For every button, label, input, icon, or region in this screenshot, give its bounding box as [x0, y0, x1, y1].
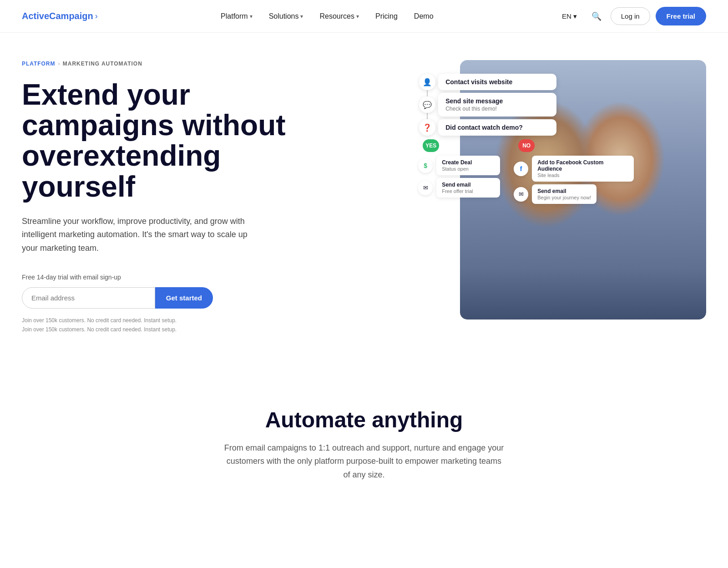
no-branch: f Add to Facebook Custom Audience Site l… — [514, 156, 634, 204]
search-icon: 🔍 — [592, 12, 602, 21]
workflow-step-3: ❓ Did contact watch demo? — [416, 119, 634, 136]
logo-text: ActiveCampaign — [22, 11, 93, 21]
get-started-button[interactable]: Get started — [155, 287, 213, 309]
workflow-overlay: 👤 Contact visits website 💬 Send site mes… — [416, 74, 634, 204]
branch-card-email-no: Send email Begin your journey now! — [532, 184, 597, 204]
yes-no-row: YES NO — [423, 139, 634, 152]
automate-title: Automate anything — [22, 407, 706, 432]
hero-subtitle: Streamline your workflow, improve produc… — [22, 215, 258, 255]
email-icon-2: ✉ — [514, 187, 528, 202]
workflow-step-1: 👤 Contact visits website — [416, 74, 634, 90]
email-icon: ✉ — [418, 181, 433, 195]
no-badge: NO — [518, 139, 535, 152]
hero-right: 👤 Contact visits website 💬 Send site mes… — [416, 60, 706, 320]
breadcrumb-separator: › — [58, 60, 60, 67]
breadcrumb-platform: PLATFORM — [22, 61, 55, 67]
workflow-step-2: 💬 Send site message Check out this demo! — [416, 93, 634, 117]
branch-card-deal: Create Deal Status open — [436, 156, 500, 175]
message-icon: 💬 — [419, 96, 435, 113]
chevron-down-icon: ▾ — [250, 13, 253, 20]
logo[interactable]: ActiveCampaign › — [22, 11, 98, 21]
hero-section: PLATFORM › MARKETING AUTOMATION Extend y… — [0, 33, 728, 371]
chevron-down-icon: ▾ — [356, 13, 359, 20]
nav-resources[interactable]: Resources ▾ — [313, 9, 365, 24]
language-selector[interactable]: EN ▾ — [556, 9, 582, 24]
chevron-down-icon: ▾ — [573, 12, 577, 20]
hero-left: PLATFORM › MARKETING AUTOMATION Extend y… — [22, 60, 398, 335]
hero-image: 👤 Contact visits website 💬 Send site mes… — [416, 60, 706, 320]
email-form: Get started — [22, 287, 213, 309]
breadcrumb: PLATFORM › MARKETING AUTOMATION — [22, 60, 380, 67]
hero-title: Extend your campaigns without overextend… — [22, 80, 380, 202]
dollar-icon: $ — [418, 158, 433, 173]
branch-step-deal: $ Create Deal Status open — [418, 156, 500, 175]
breadcrumb-page: MARKETING AUTOMATION — [63, 61, 142, 67]
nav-demo[interactable]: Demo — [408, 9, 440, 24]
navbar: ActiveCampaign › Platform ▾ Solutions ▾ … — [0, 0, 728, 33]
step-icon-col-2: 💬 — [416, 96, 438, 113]
automate-section: Automate anything From email campaigns t… — [0, 371, 728, 518]
nav-solutions[interactable]: Solutions ▾ — [263, 9, 310, 24]
branch-step-facebook: f Add to Facebook Custom Audience Site l… — [514, 156, 634, 182]
search-button[interactable]: 🔍 — [588, 8, 605, 25]
step-icon-col: 👤 — [416, 74, 438, 90]
automate-subtitle: From email campaigns to 1:1 outreach and… — [223, 441, 505, 482]
email-input[interactable] — [22, 287, 155, 309]
branch-step-email-no: ✉ Send email Begin your journey now! — [514, 184, 634, 204]
nav-platform[interactable]: Platform ▾ — [214, 9, 259, 24]
trial-label: Free 14-day trial with email sign-up — [22, 274, 380, 281]
branch-cards-row: $ Create Deal Status open ✉ Send email — [418, 156, 634, 204]
step-icon-col-3: ❓ — [416, 119, 438, 136]
chevron-down-icon: ▾ — [300, 13, 303, 20]
fine-print: Join over 150k customers. No credit card… — [22, 316, 380, 335]
nav-right: EN ▾ 🔍 Log in Free trial — [556, 7, 706, 25]
workflow-card-2: Send site message Check out this demo! — [438, 93, 556, 117]
person-icon: 👤 — [419, 74, 435, 90]
free-trial-button[interactable]: Free trial — [656, 7, 706, 25]
logo-arrow: › — [95, 11, 98, 21]
nav-links: Platform ▾ Solutions ▾ Resources ▾ Prici… — [214, 9, 440, 24]
workflow-card-1: Contact visits website — [438, 74, 556, 90]
yes-badge: YES — [423, 139, 439, 152]
branch-card-email-yes: Send email Free offer trial — [436, 178, 500, 198]
nav-pricing[interactable]: Pricing — [369, 9, 404, 24]
login-button[interactable]: Log in — [611, 7, 650, 25]
question-icon: ❓ — [419, 119, 435, 136]
branch-card-facebook: Add to Facebook Custom Audience Site lea… — [532, 156, 634, 182]
workflow-card-3: Did contact watch demo? — [438, 119, 556, 136]
facebook-icon: f — [514, 162, 528, 176]
branch-step-email-yes: ✉ Send email Free offer trial — [418, 178, 500, 198]
yes-branch: $ Create Deal Status open ✉ Send email — [418, 156, 500, 204]
